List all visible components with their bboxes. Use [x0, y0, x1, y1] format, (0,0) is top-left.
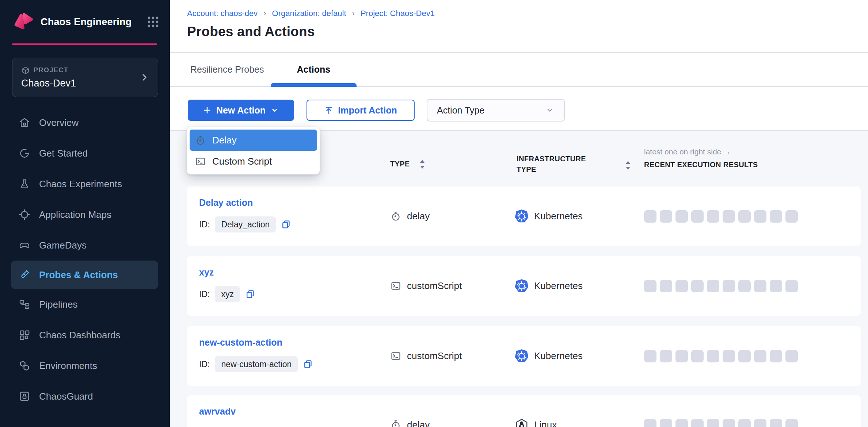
action-name-link[interactable]: Delay action	[199, 197, 253, 208]
action-name-link[interactable]: xyz	[199, 267, 214, 278]
recent-execution-results	[644, 186, 798, 246]
execution-result-placeholder	[660, 280, 672, 292]
infrastructure-cell: Kubernetes	[515, 186, 583, 246]
execution-result-placeholder	[660, 419, 672, 427]
execution-result-placeholder	[723, 350, 735, 362]
execution-result-placeholder	[707, 350, 719, 362]
infrastructure-value: Kubernetes	[534, 211, 583, 222]
execution-result-placeholder	[675, 419, 688, 427]
stopwatch-icon	[390, 211, 401, 222]
execution-result-placeholder	[691, 280, 704, 292]
tab-actions[interactable]: Actions	[271, 53, 357, 86]
execution-result-placeholder	[770, 280, 782, 292]
column-header-recent-execution-results: RECENT EXECUTION RESULTS	[644, 161, 758, 169]
project-info: PROJECT Chaos-Dev1	[21, 66, 140, 89]
sidebar-item-label: Chaos Experiments	[39, 178, 122, 190]
brand-divider	[12, 43, 157, 45]
lock-shield-icon	[18, 390, 31, 403]
execution-result-placeholder	[723, 419, 735, 427]
sidebar-item-gamedays[interactable]: GameDays	[0, 230, 170, 261]
action-name-link[interactable]: awrvadv	[199, 406, 236, 417]
kubernetes-icon	[515, 349, 529, 363]
type-value: delay	[407, 419, 430, 427]
action-id-value: new-custom-action	[215, 356, 298, 372]
breadcrumb-organization-link[interactable]: Organization: default	[272, 9, 346, 18]
execution-result-placeholder	[754, 210, 766, 223]
execution-result-placeholder	[738, 350, 751, 362]
gamepad-icon	[18, 239, 31, 251]
project-selector[interactable]: PROJECT Chaos-Dev1	[12, 58, 158, 97]
new-action-label: New Action	[216, 105, 266, 116]
sidebar-item-application-maps[interactable]: Application Maps	[0, 199, 170, 230]
stopwatch-icon	[195, 135, 206, 146]
sidebar-item-label: Pipelines	[39, 299, 78, 310]
sidebar-item-pipelines[interactable]: Pipelines	[0, 289, 170, 320]
execution-result-placeholder	[785, 210, 798, 223]
kubernetes-icon	[515, 279, 529, 293]
recent-execution-results	[644, 256, 798, 316]
execution-result-placeholder	[738, 280, 751, 292]
dashboard-grid-icon	[18, 329, 31, 341]
execution-result-placeholder	[675, 210, 688, 223]
breadcrumb-separator: ›	[352, 9, 355, 18]
import-action-button[interactable]: Import Action	[307, 100, 415, 121]
crosshair-icon	[18, 208, 31, 221]
column-header-type: TYPE	[390, 160, 410, 168]
execution-result-placeholder	[644, 210, 656, 223]
execution-result-placeholder	[644, 419, 656, 427]
tab-resilience-probes[interactable]: Resilience Probes	[190, 53, 264, 86]
plus-icon	[202, 105, 212, 115]
menu-item-custom-script[interactable]: Custom Script	[190, 151, 317, 172]
copy-icon[interactable]	[245, 289, 255, 299]
execution-result-placeholder	[707, 210, 719, 223]
sidebar-item-environments[interactable]: Environments	[0, 350, 170, 381]
execution-result-placeholder	[738, 419, 751, 427]
cube-icon	[21, 66, 30, 75]
new-action-button[interactable]: New Action	[188, 100, 294, 121]
test-tube-icon	[18, 269, 31, 281]
type-value: delay	[407, 211, 430, 222]
sidebar: Chaos Engineering PROJECT Chaos-Dev1	[0, 0, 170, 427]
sort-infrastructure-button[interactable]	[624, 160, 632, 171]
execution-result-placeholder	[660, 210, 672, 223]
type-cell: customScript	[390, 256, 462, 316]
flask-icon	[18, 178, 31, 190]
terminal-icon	[390, 280, 401, 292]
breadcrumb-project-link[interactable]: Project: Chaos-Dev1	[361, 9, 435, 18]
copy-icon[interactable]	[281, 219, 291, 230]
action-type-filter[interactable]: Action Type	[427, 99, 565, 122]
hexagons-icon	[18, 359, 31, 372]
sidebar-item-overview[interactable]: Overview	[0, 107, 170, 138]
sidebar-item-chaosguard[interactable]: ChaosGuard	[0, 381, 170, 412]
sort-type-button[interactable]	[418, 159, 426, 170]
table-row: Delay action ID: Delay_action delay Kube…	[187, 186, 861, 246]
sidebar-item-label: Probes & Actions	[39, 269, 118, 281]
execution-result-placeholder	[691, 350, 704, 362]
action-name-link[interactable]: new-custom-action	[199, 337, 282, 348]
execution-result-placeholder	[770, 350, 782, 362]
app-title: Chaos Engineering	[41, 16, 146, 28]
main-content: Account: chaos-dev › Organization: defau…	[170, 0, 868, 427]
chevron-down-icon	[545, 105, 555, 115]
sidebar-item-chaos-experiments[interactable]: Chaos Experiments	[0, 169, 170, 199]
copy-icon[interactable]	[303, 359, 313, 369]
sidebar-item-chaos-dashboards[interactable]: Chaos Dashboards	[0, 320, 170, 350]
menu-item-label: Delay	[212, 135, 236, 146]
execution-result-placeholder	[754, 350, 766, 362]
sidebar-item-label: Get Started	[39, 148, 88, 159]
execution-result-placeholder	[675, 280, 688, 292]
breadcrumb-account-link[interactable]: Account: chaos-dev	[187, 9, 258, 18]
action-type-filter-label: Action Type	[437, 105, 484, 116]
sidebar-item-get-started[interactable]: Get Started	[0, 138, 170, 169]
chaos-engineering-logo-icon	[12, 11, 35, 33]
execution-result-placeholder	[754, 419, 766, 427]
terminal-icon	[195, 156, 206, 167]
sidebar-item-probes-actions[interactable]: Probes & Actions	[11, 261, 158, 289]
chevron-right-icon	[140, 73, 149, 82]
menu-item-delay[interactable]: Delay	[190, 130, 317, 151]
project-name: Chaos-Dev1	[21, 78, 140, 89]
execution-result-placeholder	[770, 419, 782, 427]
execution-result-placeholder	[644, 280, 656, 292]
app-switcher-grid-icon[interactable]	[146, 15, 160, 28]
sidebar-nav: Overview Get Started Chaos Experiments A…	[0, 107, 170, 412]
